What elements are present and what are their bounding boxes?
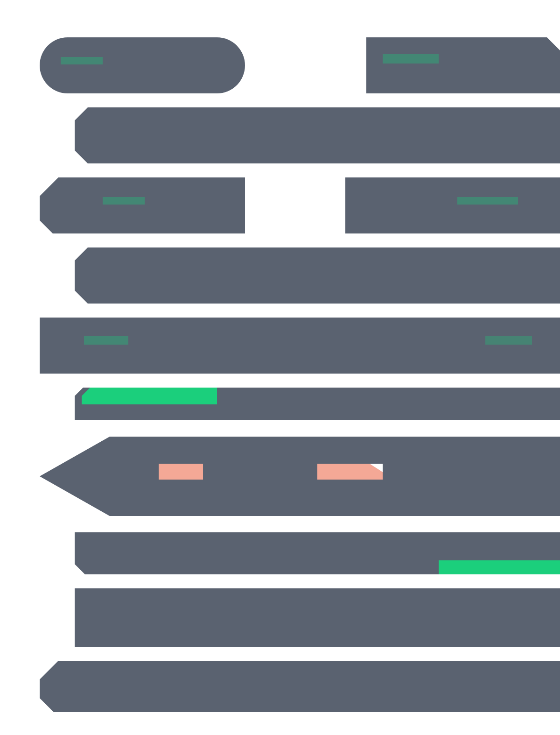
row1-left-pill [40,37,245,93]
row1-left-inner [61,57,103,64]
row1-right-block [366,37,560,93]
row3-right-inner [457,197,518,205]
arrow-body [40,437,560,516]
row3-left-inner [103,197,145,205]
row5-left-inner [84,336,128,345]
row3-left-block [40,177,245,233]
row6-green [82,388,217,404]
row3-right-block [345,177,560,233]
row5-right-inner [485,336,532,345]
row8-green [439,560,560,574]
row9-block [75,588,560,647]
row2-block [75,107,560,163]
arrow-salmon-2-base [317,464,383,480]
row1-right-inner [383,54,439,64]
row10-block [40,661,560,712]
row5-block [40,318,560,374]
arrow-salmon-1 [159,464,203,480]
row4-block [75,247,560,304]
